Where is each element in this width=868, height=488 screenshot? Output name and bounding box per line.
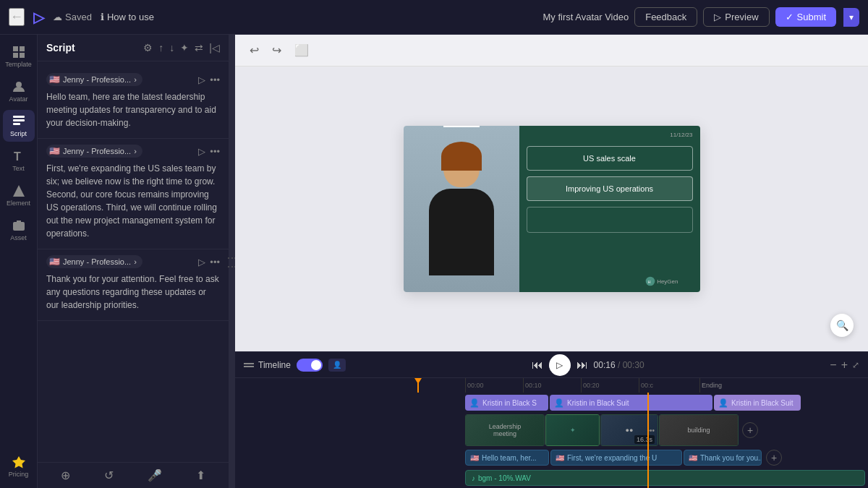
main-area: Template Avatar Script T Text Element As… <box>0 35 868 488</box>
thumb-clip-1[interactable]: Leadershipmeeting <box>465 414 545 446</box>
sidebar-item-text-label: Text <box>12 165 25 172</box>
avatar-tag-1[interactable]: 🇺🇸 Jenny - Professio... › <box>46 73 142 86</box>
total-time: / <box>618 360 623 370</box>
slide-button-2[interactable]: Improving US operations <box>527 176 693 201</box>
text-clip-3-label: Thank you for you... <box>700 454 762 462</box>
thumb-clip-4[interactable]: building <box>659 414 739 446</box>
play-block-3-button[interactable]: ▷ <box>198 257 205 267</box>
magic-icon[interactable]: ✦ <box>180 42 189 53</box>
avatar-name-3: Jenny - Professio... <box>63 257 131 266</box>
script-block-2-header: 🇺🇸 Jenny - Professio... › ▷ ••• <box>46 145 220 158</box>
add-clip-button[interactable]: + <box>742 422 758 438</box>
avatar-name-1: Jenny - Professio... <box>63 75 131 84</box>
script-bottom-bar: ⊕ ↺ 🎤 ⬆ <box>38 462 229 488</box>
play-button[interactable]: ▷ <box>549 354 571 376</box>
undo-button[interactable]: ↩ <box>247 40 262 60</box>
logo: ▷ <box>33 9 44 26</box>
svg-rect-7 <box>13 123 20 125</box>
avatar-tag-3[interactable]: 🇺🇸 Jenny - Professio... › <box>46 255 142 268</box>
timeline-toggle[interactable] <box>297 359 323 372</box>
sidebar-item-pricing[interactable]: Pricing <box>3 450 35 482</box>
more-block-1-button[interactable]: ••• <box>210 74 220 85</box>
svg-text:T: T <box>14 150 21 163</box>
how-to-use-button[interactable]: ℹ How to use <box>101 12 154 22</box>
sidebar-item-avatar[interactable]: Avatar <box>3 75 35 107</box>
fit-screen-button[interactable]: ⬜ <box>292 40 312 60</box>
more-block-2-button[interactable]: ••• <box>210 146 220 157</box>
music-clip-label: bgm - 10%.WAV <box>478 474 531 482</box>
more-block-3-button[interactable]: ••• <box>210 257 220 267</box>
skip-forward-button[interactable]: ⏭ <box>576 359 588 372</box>
back-button[interactable]: ← <box>9 8 25 26</box>
ruler-mark-2: 00:20 <box>581 378 639 393</box>
avatar-tag-2[interactable]: 🇺🇸 Jenny - Professio... › <box>46 145 142 158</box>
upload-icon[interactable]: ↑ <box>158 42 163 53</box>
avatar-clip-3[interactable]: 👤 Kristin in Black Suit <box>714 395 801 411</box>
play-block-1-button[interactable]: ▷ <box>198 74 205 85</box>
svg-rect-5 <box>13 116 25 118</box>
cloud-icon: ☁ <box>53 12 62 22</box>
add-block-icon[interactable]: ⊕ <box>61 468 70 482</box>
preview-canvas: Company presentation template <box>235 67 868 351</box>
music-clip[interactable]: ♪ bgm - 10%.WAV <box>465 470 865 486</box>
sidebar-item-text[interactable]: T Text <box>3 145 35 176</box>
preview-button[interactable]: ▷ Preview <box>703 7 769 27</box>
svg-rect-15 <box>244 366 254 367</box>
feedback-button[interactable]: Feedback <box>634 7 697 27</box>
avatar-clip-3-avatar-icon: 👤 <box>718 398 728 408</box>
flag-icon-3: 🇺🇸 <box>49 257 60 267</box>
submit-dropdown-button[interactable]: ▾ <box>843 8 859 27</box>
mic-icon[interactable]: 🎤 <box>148 468 162 482</box>
svg-rect-3 <box>20 53 25 58</box>
text-clip-2[interactable]: 🇺🇸 First, we're expanding the U <box>550 450 682 466</box>
thumb-duration: 16.3s <box>634 435 655 444</box>
share-icon[interactable]: ⬆ <box>196 468 205 482</box>
topbar: ← ▷ ☁ Saved ℹ How to use My first Avatar… <box>0 0 868 35</box>
download-icon[interactable]: ↓ <box>169 42 174 53</box>
thumb-more-icon[interactable]: ••• <box>647 427 655 435</box>
music-note-icon: ♪ <box>472 474 475 482</box>
avatar-name-2: Jenny - Professio... <box>63 147 131 155</box>
timeline-controls: Timeline 👤 ⏮ ▷ ⏭ 00:16 / 00:30 <box>235 352 868 378</box>
saved-indicator: ☁ Saved <box>53 12 92 22</box>
text-clip-2-label: First, we're expanding the U <box>567 454 657 462</box>
thumb-clip-2[interactable]: ✦ <box>545 414 600 446</box>
settings-icon[interactable]: ⚙ <box>143 42 153 53</box>
playhead <box>417 378 419 393</box>
sidebar-item-asset[interactable]: Asset <box>3 214 35 246</box>
history-icon[interactable]: ↺ <box>104 468 114 482</box>
person-head <box>443 147 480 187</box>
script-title: Script <box>46 42 75 53</box>
expand-panel-icon[interactable]: |◁ <box>209 42 220 53</box>
thumb-clip-3[interactable]: ●● 16.3s ••• <box>600 414 658 446</box>
script-block-3-header: 🇺🇸 Jenny - Professio... › ▷ ••• <box>46 255 220 268</box>
text-clip-1[interactable]: 🇺🇸 Hello team, her... <box>465 450 549 466</box>
text-clip-3[interactable]: 🇺🇸 Thank you for you... <box>684 450 762 466</box>
zoom-out-button[interactable]: − <box>830 359 836 372</box>
avatar-toggle-icon[interactable]: 👤 <box>328 359 346 372</box>
slide-button-3[interactable] <box>527 207 693 233</box>
sidebar-item-template[interactable]: Template <box>3 40 35 72</box>
sidebar-item-script[interactable]: Script <box>3 110 35 142</box>
script-text-2: First, we're expanding the US sales team… <box>46 162 220 240</box>
translate-icon[interactable]: ⇄ <box>195 42 203 53</box>
avatar-clip-1[interactable]: 👤 Kristin in Black S <box>465 395 548 411</box>
slide-button-1[interactable]: US sales scale <box>527 146 693 171</box>
add-text-clip-button[interactable]: + <box>766 450 782 466</box>
block-controls-1: ▷ ••• <box>198 74 220 85</box>
expand-timeline-button[interactable]: ⤢ <box>852 360 859 370</box>
play-block-2-button[interactable]: ▷ <box>198 146 205 157</box>
script-block-1: 🇺🇸 Jenny - Professio... › ▷ ••• Hello te… <box>38 67 229 139</box>
skip-back-button[interactable]: ⏮ <box>532 359 543 372</box>
zoom-in-button[interactable]: + <box>841 359 848 372</box>
panel-divider[interactable]: ⋮⋮ <box>229 35 235 488</box>
redo-button[interactable]: ↪ <box>269 40 284 60</box>
flag-icon-2: 🇺🇸 <box>49 146 60 156</box>
ruler-mark-ending: Ending <box>699 378 757 393</box>
sidebar-item-element[interactable]: Element <box>3 179 35 211</box>
avatar-clip-2[interactable]: 👤 Kristin in Black Suit <box>550 395 712 411</box>
person-figure <box>411 147 512 292</box>
zoom-to-fit-button[interactable]: 🔍 <box>830 314 854 337</box>
submit-button[interactable]: ✓ Submit <box>775 7 836 27</box>
text-track-row: 🇺🇸 Hello team, her... 🇺🇸 First, we're ex… <box>235 448 868 468</box>
